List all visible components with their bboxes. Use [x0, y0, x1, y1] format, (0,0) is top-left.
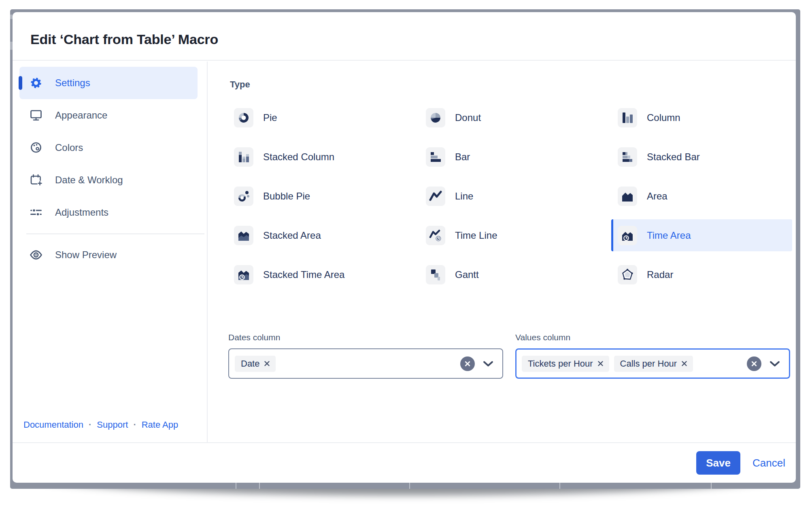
type-option-label: Bar	[455, 151, 470, 163]
chevron-down-icon[interactable]	[483, 361, 493, 367]
area-icon	[618, 187, 637, 206]
background-table-line	[259, 483, 260, 489]
type-option-donut[interactable]: Donut	[419, 102, 611, 134]
gear-icon	[29, 76, 43, 90]
sidebar-item-label: Colors	[55, 142, 83, 153]
save-button[interactable]: Save	[696, 451, 740, 475]
cancel-button[interactable]: Cancel	[752, 457, 785, 469]
dates-column-select[interactable]: Date	[228, 348, 503, 379]
sidebar-footer-links: Documentation · Support · Rate App	[23, 420, 178, 430]
calendar-plus-icon	[29, 173, 43, 187]
tag-date: Date	[235, 356, 276, 372]
type-option-column[interactable]: Column	[611, 102, 792, 134]
sidebar-item-label: Settings	[55, 77, 90, 89]
type-option-time-area[interactable]: Time Area	[611, 219, 792, 251]
donut-icon	[426, 108, 445, 127]
link-separator: ·	[133, 420, 136, 430]
sidebar-item-appearance[interactable]: Appearance	[19, 99, 198, 132]
palette-icon	[29, 141, 43, 155]
type-option-label: Bubble Pie	[263, 191, 310, 202]
stacked-area-icon	[234, 226, 253, 245]
chart-type-grid: Pie Donut	[227, 102, 796, 291]
type-option-line[interactable]: Line	[419, 180, 611, 212]
support-link[interactable]: Support	[97, 420, 128, 430]
dates-column-label: Dates column	[228, 333, 503, 342]
type-option-label: Radar	[647, 269, 673, 280]
sidebar-item-adjustments[interactable]: Adjustments	[19, 196, 198, 229]
type-option-time-line[interactable]: Time Line	[419, 219, 611, 251]
background-table-line	[236, 483, 236, 489]
sidebar-item-label: Show Preview	[55, 249, 117, 261]
bar-icon	[426, 147, 445, 167]
type-option-bubble-pie[interactable]: Bubble Pie	[227, 180, 419, 212]
select-controls	[460, 356, 493, 371]
sidebar-item-date-worklog[interactable]: Date & Worklog	[19, 164, 198, 196]
stacked-column-icon	[234, 147, 253, 167]
type-option-label: Pie	[263, 112, 277, 123]
dialog-header: Edit ‘Chart from Table’ Macro	[13, 12, 796, 61]
edit-macro-dialog: Edit ‘Chart from Table’ Macro Settings	[13, 12, 796, 483]
dialog-footer: Save Cancel	[13, 442, 796, 483]
dialog-body: Settings Appearance	[13, 62, 796, 442]
gantt-icon	[426, 265, 445, 284]
type-option-bar[interactable]: Bar	[419, 141, 611, 173]
background-table-line	[409, 483, 410, 489]
tag-tickets-per-hour: Tickets per Hour	[522, 356, 609, 372]
sidebar-item-show-preview[interactable]: Show Preview	[19, 239, 198, 271]
sidebar-item-settings[interactable]: Settings	[19, 67, 198, 99]
column-icon	[618, 108, 637, 127]
clear-selection-icon[interactable]	[460, 356, 475, 371]
type-option-gantt[interactable]: Gantt	[419, 259, 611, 291]
dates-column-field: Dates column Date	[228, 333, 503, 379]
sidebar-item-label: Date & Worklog	[55, 174, 123, 186]
pie-icon	[234, 108, 253, 127]
select-controls	[747, 356, 780, 371]
time-area-icon	[618, 226, 637, 245]
values-column-select[interactable]: Tickets per Hour Calls per Hour	[515, 348, 790, 379]
sidebar-divider	[26, 233, 204, 234]
remove-tag-icon[interactable]	[598, 361, 603, 366]
sliders-icon	[29, 206, 43, 219]
chevron-down-icon[interactable]	[769, 361, 780, 367]
settings-panel: Type Pie	[208, 62, 796, 442]
time-line-icon	[426, 226, 445, 245]
type-option-label: Stacked Time Area	[263, 269, 344, 280]
rate-app-link[interactable]: Rate App	[142, 420, 179, 430]
remove-tag-icon[interactable]	[264, 361, 270, 366]
type-option-stacked-bar[interactable]: Stacked Bar	[611, 141, 792, 173]
type-option-label: Time Line	[455, 230, 497, 241]
type-option-radar[interactable]: Radar	[611, 259, 792, 291]
type-option-label: Column	[647, 112, 680, 123]
type-option-stacked-column[interactable]: Stacked Column	[227, 141, 419, 173]
type-option-label: Area	[647, 191, 667, 202]
clear-selection-icon[interactable]	[747, 356, 761, 371]
line-icon	[426, 187, 445, 206]
type-option-label: Stacked Column	[263, 151, 334, 163]
sidebar-nav: Settings Appearance	[13, 62, 207, 271]
type-option-label: Stacked Bar	[647, 151, 700, 163]
documentation-link[interactable]: Documentation	[23, 420, 83, 430]
sidebar-item-colors[interactable]: Colors	[19, 132, 198, 164]
sidebar: Settings Appearance	[13, 62, 208, 442]
tag-calls-per-hour: Calls per Hour	[614, 356, 693, 372]
values-column-field: Values column Tickets per Hour Calls per…	[515, 333, 790, 379]
sidebar-item-label: Appearance	[55, 110, 107, 121]
link-separator: ·	[89, 420, 91, 430]
type-option-stacked-area[interactable]: Stacked Area	[227, 219, 419, 251]
type-option-stacked-time-area[interactable]: Stacked Time Area	[227, 259, 419, 291]
bubble-pie-icon	[234, 187, 253, 206]
type-option-label: Line	[455, 191, 473, 202]
type-option-pie[interactable]: Pie	[227, 102, 419, 134]
stacked-time-area-icon	[234, 265, 253, 284]
type-section-label: Type	[230, 79, 796, 90]
eye-icon	[29, 248, 43, 262]
stacked-bar-icon	[618, 147, 637, 167]
remove-tag-icon[interactable]	[682, 361, 687, 366]
tag-label: Tickets per Hour	[528, 359, 593, 369]
type-option-label: Donut	[455, 112, 481, 123]
column-fields: Dates column Date	[228, 333, 796, 379]
type-option-area[interactable]: Area	[611, 180, 792, 212]
type-option-label: Gantt	[455, 269, 479, 280]
type-option-label: Time Area	[647, 230, 691, 241]
sidebar-item-label: Adjustments	[55, 207, 108, 218]
